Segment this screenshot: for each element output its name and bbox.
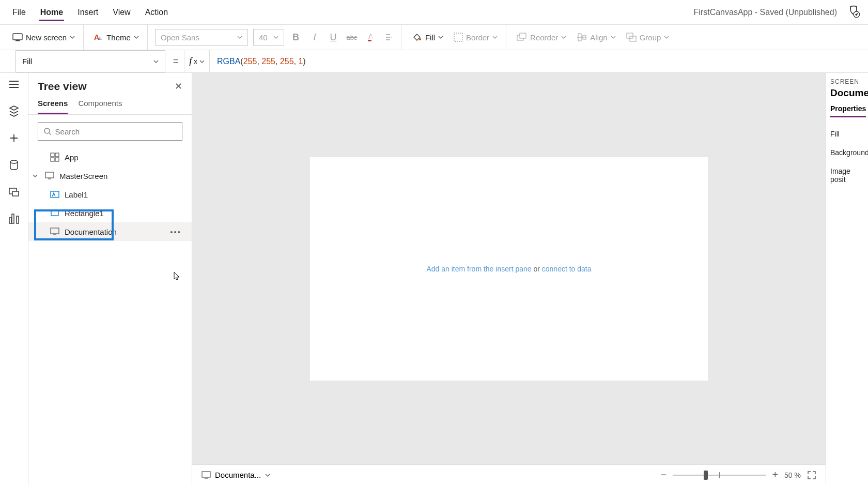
svg-point-7 — [419, 38, 421, 40]
font-family-value: Open Sans — [161, 33, 199, 42]
fx-button[interactable]: fx — [184, 50, 210, 72]
tree-item-app[interactable]: App — [28, 148, 192, 166]
paint-bucket-icon — [412, 32, 422, 42]
zoom-slider[interactable] — [673, 475, 766, 476]
chevron-down-icon — [153, 59, 159, 64]
svg-line-23 — [49, 133, 51, 135]
menu-file[interactable]: File — [5, 3, 33, 22]
media-icon[interactable] — [8, 186, 20, 198]
tree-item-documentation[interactable]: Documentation ••• — [28, 222, 192, 241]
canvas-area: Add an item from the insert pane or conn… — [192, 73, 826, 485]
screen-icon — [45, 171, 54, 180]
border-button[interactable]: Border — [451, 31, 501, 44]
tree-view-icon[interactable] — [8, 105, 20, 117]
bold-button[interactable]: B — [289, 31, 303, 44]
tree-search-input[interactable] — [55, 127, 177, 136]
ribbon: New screen Aa Theme Open Sans 40 B I U a… — [0, 25, 868, 50]
menu-action[interactable]: Action — [138, 3, 175, 22]
menu-insert[interactable]: Insert — [70, 3, 105, 22]
prop-row-image-position[interactable]: Image posit — [830, 162, 864, 189]
svg-rect-18 — [12, 191, 19, 196]
zoom-in-button[interactable]: + — [772, 469, 778, 481]
screen-icon — [202, 471, 211, 479]
svg-rect-34 — [202, 472, 210, 477]
fit-to-window-button[interactable] — [807, 471, 816, 480]
prop-row-background[interactable]: Background — [830, 143, 864, 162]
prop-screen-name: Document — [830, 87, 864, 99]
reorder-button[interactable]: Reorder — [514, 31, 569, 44]
data-icon[interactable] — [8, 159, 20, 171]
svg-rect-19 — [12, 214, 14, 223]
tree-item-label: Documentation — [65, 228, 117, 236]
svg-rect-21 — [17, 216, 19, 223]
fill-button[interactable]: Fill — [409, 30, 446, 44]
svg-rect-27 — [55, 158, 59, 161]
tab-screens[interactable]: Screens — [38, 99, 68, 114]
font-family-select[interactable]: Open Sans — [155, 29, 248, 46]
tree-item-label: MasterScreen — [59, 172, 107, 180]
svg-rect-25 — [55, 153, 59, 157]
new-screen-button[interactable]: New screen — [9, 31, 78, 44]
svg-rect-26 — [51, 158, 54, 161]
hamburger-icon[interactable] — [8, 78, 20, 90]
tree-item-label1[interactable]: Label1 — [28, 185, 192, 204]
zoom-out-button[interactable]: − — [661, 469, 667, 481]
chevron-down-icon — [492, 35, 498, 40]
group-icon — [626, 33, 637, 42]
svg-rect-30 — [51, 191, 59, 198]
font-color-button[interactable]: A — [364, 31, 377, 44]
screen-icon — [50, 227, 59, 236]
close-pane-button[interactable]: ✕ — [175, 81, 182, 92]
reorder-icon — [517, 33, 527, 42]
formula-input[interactable]: RGBA(255, 255, 255, 1) — [210, 56, 868, 66]
svg-rect-28 — [45, 172, 54, 178]
caret-down-icon[interactable] — [33, 173, 40, 178]
italic-button[interactable]: I — [308, 31, 321, 44]
tree-item-masterscreen[interactable]: MasterScreen — [28, 166, 192, 185]
border-label: Border — [466, 33, 489, 42]
app-checker-icon[interactable] — [846, 4, 861, 19]
menu-view[interactable]: View — [105, 3, 137, 22]
svg-rect-1 — [13, 34, 22, 40]
canvas-screen[interactable]: Add an item from the insert pane or conn… — [310, 157, 708, 381]
chevron-down-icon — [390, 35, 393, 40]
prop-row-fill[interactable]: Fill — [830, 125, 864, 143]
svg-rect-10 — [520, 33, 526, 38]
align-button[interactable] — [382, 31, 396, 44]
group-button[interactable]: Group — [623, 31, 673, 44]
theme-label: Theme — [106, 33, 131, 42]
chevron-down-icon — [664, 35, 669, 40]
svg-point-16 — [10, 160, 18, 163]
insert-icon[interactable] — [8, 132, 20, 144]
underline-button[interactable]: U — [327, 31, 340, 44]
tree-item-rectangle1[interactable]: Rectangle1 — [28, 204, 192, 222]
svg-rect-24 — [51, 153, 54, 157]
tree-item-label: Label1 — [65, 190, 88, 199]
svg-rect-6 — [368, 40, 371, 41]
connect-data-link[interactable]: connect to data — [542, 265, 592, 273]
svg-rect-31 — [51, 210, 58, 216]
rectangle-icon — [50, 208, 59, 218]
formula-arg: 255 — [261, 57, 275, 66]
chevron-down-icon — [265, 473, 270, 478]
insert-pane-link[interactable]: Add an item from the insert pane — [426, 265, 531, 273]
app-icon — [50, 153, 59, 162]
prop-tab-properties[interactable]: Properties — [830, 104, 866, 117]
property-select[interactable]: Fill — [16, 50, 165, 72]
strike-button[interactable]: abc — [345, 31, 359, 44]
font-size-select[interactable]: 40 — [253, 29, 284, 46]
theme-button[interactable]: Aa Theme — [91, 31, 142, 44]
tab-components[interactable]: Components — [78, 99, 122, 114]
menu-home[interactable]: Home — [33, 3, 70, 22]
chevron-down-icon — [134, 35, 139, 40]
tree-search[interactable] — [38, 122, 182, 141]
advanced-tools-icon[interactable] — [8, 213, 20, 225]
text-align-icon — [385, 34, 390, 41]
fill-label: Fill — [425, 33, 435, 42]
tree-item-more-button[interactable]: ••• — [170, 228, 181, 236]
border-icon — [454, 33, 463, 42]
reorder-label: Reorder — [530, 33, 558, 42]
tree-item-label: Rectangle1 — [65, 209, 104, 218]
align-objects-button[interactable]: Align — [574, 31, 618, 44]
status-selected-screen[interactable]: Documenta... — [202, 471, 270, 479]
